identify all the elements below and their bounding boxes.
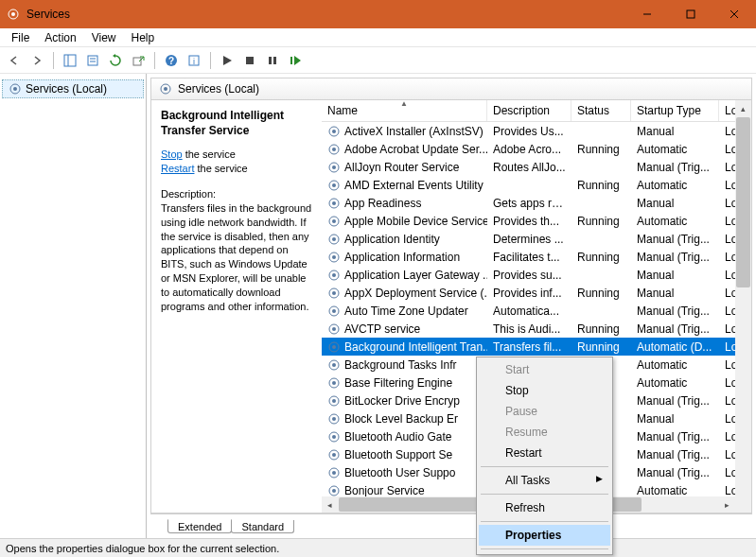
forward-button[interactable] (26, 50, 47, 71)
svg-point-29 (332, 165, 336, 169)
table-row[interactable]: Application IdentityDetermines ...Manual… (322, 230, 751, 248)
restart-service-button[interactable] (285, 50, 306, 71)
svg-rect-19 (290, 57, 292, 64)
service-description: Provides Us... (487, 125, 571, 138)
context-menu[interactable]: Start Stop Pause Resume Restart All Task… (476, 357, 613, 555)
svg-point-65 (332, 489, 336, 493)
table-row[interactable]: Adobe Acrobat Update Ser...Adobe Acro...… (322, 140, 751, 158)
description-text: Transfers files in the background using … (161, 201, 312, 314)
service-name: Bluetooth Support Se (344, 448, 452, 461)
col-description[interactable]: Description (487, 100, 571, 121)
service-startup: Manual (631, 125, 719, 138)
scroll-thumb[interactable] (736, 117, 750, 287)
service-name: Block Level Backup Er (344, 412, 458, 426)
table-row[interactable]: Auto Time Zone UpdaterAutomatica...Manua… (322, 302, 751, 320)
vertical-scrollbar[interactable]: ▴ ▾ (735, 100, 751, 513)
service-name: Background Tasks Infr (344, 358, 457, 372)
maximize-button[interactable] (669, 0, 712, 28)
scroll-up-button[interactable]: ▴ (735, 100, 751, 116)
status-bar: Opens the properties dialogue box for th… (0, 538, 756, 557)
gear-icon (327, 358, 341, 372)
svg-point-49 (332, 345, 336, 349)
ctx-start[interactable]: Start (479, 359, 610, 380)
menu-file[interactable]: File (4, 29, 37, 46)
show-hide-tree-button[interactable] (60, 50, 80, 71)
table-row[interactable]: Apple Mobile Device ServiceProvides th..… (322, 212, 751, 230)
table-row[interactable]: AMD External Events UtilityRunningAutoma… (322, 176, 751, 194)
menu-view[interactable]: View (84, 29, 124, 46)
gear-icon (327, 179, 341, 192)
gear-icon (327, 466, 341, 479)
gear-icon (9, 82, 22, 96)
stop-service-button[interactable] (239, 50, 260, 71)
table-row[interactable]: Application InformationFacilitates t...R… (322, 248, 751, 266)
table-row[interactable]: Background Intelligent Tran...Transfers … (322, 338, 751, 356)
gear-icon (327, 448, 341, 461)
ctx-refresh[interactable]: Refresh (479, 497, 610, 518)
scroll-right-button[interactable]: ▸ (719, 496, 735, 513)
svg-point-37 (332, 237, 336, 241)
service-startup: Automatic (631, 376, 719, 390)
menu-help[interactable]: Help (124, 29, 163, 46)
svg-point-41 (332, 273, 336, 277)
minimize-button[interactable] (625, 0, 669, 28)
service-status: Running (571, 287, 631, 300)
detail-header: Services (Local) (150, 78, 752, 100)
restart-link[interactable]: Restart (161, 163, 194, 174)
service-startup: Manual (631, 197, 719, 210)
svg-rect-8 (88, 56, 97, 65)
gear-icon (327, 161, 341, 174)
start-service-button[interactable] (217, 50, 237, 71)
col-name[interactable]: ▲Name (322, 100, 487, 121)
ctx-all-tasks[interactable]: All Tasks▶ (479, 470, 610, 491)
service-startup: Manual (Trig... (631, 161, 719, 174)
service-status: Running (571, 322, 631, 336)
col-startup-type[interactable]: Startup Type (631, 100, 719, 121)
table-row[interactable]: ActiveX Installer (AxInstSV)Provides Us.… (322, 122, 751, 140)
properties-toolbar-button[interactable] (82, 50, 103, 71)
svg-text:i: i (193, 57, 195, 66)
svg-point-55 (332, 399, 336, 403)
tab-extended[interactable]: Extended (167, 519, 232, 533)
service-name: Bluetooth Audio Gate (344, 430, 451, 444)
ctx-stop[interactable]: Stop (479, 380, 610, 401)
close-button[interactable] (712, 0, 756, 28)
toolbar: ? i (0, 47, 756, 74)
table-row[interactable]: Application Layer Gateway ...Provides su… (322, 266, 751, 284)
table-row[interactable]: AppX Deployment Service (...Provides inf… (322, 284, 751, 302)
svg-point-25 (332, 130, 336, 133)
service-startup: Manual (Trig... (631, 448, 719, 461)
help2-button[interactable]: i (184, 50, 204, 71)
scroll-left-button[interactable]: ◂ (322, 496, 338, 513)
ctx-pause[interactable]: Pause (479, 401, 610, 422)
back-button[interactable] (4, 50, 25, 71)
refresh-button[interactable] (105, 50, 126, 71)
ctx-restart[interactable]: Restart (479, 443, 610, 463)
service-name: BitLocker Drive Encryp (344, 394, 460, 408)
gear-icon (327, 143, 341, 156)
ctx-resume[interactable]: Resume (479, 422, 610, 443)
stop-link[interactable]: Stop (161, 148, 183, 160)
service-startup: Manual (Trig... (631, 251, 719, 264)
svg-point-59 (332, 435, 336, 439)
svg-rect-6 (64, 55, 76, 66)
table-row[interactable]: AllJoyn Router ServiceRoutes AllJo...Man… (322, 158, 751, 176)
tab-standard[interactable]: Standard (231, 520, 294, 533)
table-row[interactable]: App ReadinessGets apps re...ManualLoc (322, 194, 751, 212)
pause-service-button[interactable] (262, 50, 283, 71)
col-status[interactable]: Status (571, 100, 631, 121)
ctx-properties[interactable]: Properties (479, 525, 610, 546)
svg-rect-3 (687, 10, 694, 18)
menu-action[interactable]: Action (37, 29, 83, 46)
nav-services-local[interactable]: Services (Local) (2, 79, 144, 98)
table-row[interactable]: AVCTP serviceThis is Audi...RunningManua… (322, 320, 751, 338)
service-startup: Manual (631, 287, 719, 300)
service-startup: Manual (Trig... (631, 466, 719, 479)
service-startup: Manual (Trig... (631, 322, 719, 336)
status-text: Opens the properties dialogue box for th… (6, 543, 279, 554)
svg-point-57 (332, 417, 336, 421)
help-button[interactable]: ? (161, 50, 182, 71)
window-title: Services (26, 8, 70, 21)
navigation-tree[interactable]: Services (Local) (0, 74, 147, 538)
export-button[interactable] (128, 50, 149, 71)
